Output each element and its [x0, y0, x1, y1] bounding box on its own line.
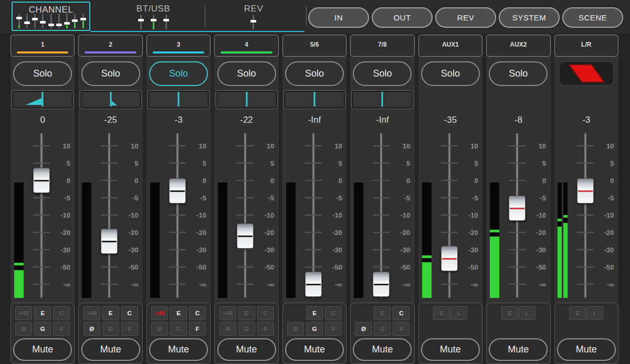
fader-scale-label: -10: [258, 211, 274, 219]
phase-invert-button[interactable]: Ø: [287, 322, 304, 336]
pan-box[interactable]: [351, 90, 413, 109]
mute-button[interactable]: Mute: [353, 338, 412, 361]
gate-button[interactable]: G: [34, 322, 51, 336]
mute-button[interactable]: Mute: [81, 338, 140, 361]
channel-header: AUX2: [486, 35, 550, 57]
limiter-button[interactable]: L: [586, 306, 603, 320]
phase-invert-button[interactable]: Ø: [151, 322, 168, 336]
channel-strip: 4Solo-221050-5-10-20-30-50-∞+48ECØGFMute: [214, 35, 278, 364]
meter-fill: [422, 262, 432, 298]
phantom-48v-button[interactable]: +48: [219, 306, 236, 320]
phase-invert-button[interactable]: Ø: [15, 322, 32, 336]
phase-invert-button[interactable]: Ø: [83, 322, 100, 336]
fader-tick: [373, 249, 390, 250]
fader-scale-label: -50: [327, 263, 342, 271]
solo-button[interactable]: Solo: [81, 61, 140, 86]
phase-invert-button[interactable]: Ø: [355, 322, 372, 336]
solo-button[interactable]: Solo: [421, 61, 480, 86]
pan-box[interactable]: [284, 90, 345, 109]
fader-tick: [305, 232, 322, 233]
compressor-button[interactable]: C: [393, 306, 410, 320]
eq-button[interactable]: E: [306, 306, 323, 320]
pan-box[interactable]: [80, 90, 142, 109]
eq-button[interactable]: E: [374, 306, 391, 320]
eq-button[interactable]: E: [433, 306, 450, 320]
solo-button[interactable]: Solo: [149, 61, 208, 86]
phantom-48v-button[interactable]: +48: [151, 306, 168, 320]
top-button-in[interactable]: IN: [308, 7, 369, 28]
fader-cap[interactable]: [373, 272, 390, 297]
solo-button[interactable]: Solo: [13, 61, 72, 86]
phase-invert-button[interactable]: Ø: [219, 322, 236, 336]
phantom-48v-button[interactable]: +48: [15, 306, 32, 320]
mute-button[interactable]: Mute: [489, 338, 548, 361]
fader-tick: [305, 266, 322, 267]
mute-button[interactable]: Mute: [557, 338, 616, 361]
gate-button[interactable]: G: [374, 322, 391, 336]
top-button-rev[interactable]: REV: [435, 7, 496, 28]
fx-button[interactable]: F: [393, 322, 410, 336]
compressor-button[interactable]: C: [325, 306, 342, 320]
fx-button[interactable]: F: [53, 322, 70, 336]
eq-button[interactable]: E: [102, 306, 119, 320]
tab-btusb[interactable]: BT/USB: [122, 2, 185, 31]
solo-button[interactable]: Solo: [489, 61, 548, 86]
fx-button[interactable]: F: [257, 322, 274, 336]
fader-scale-label: -∞: [327, 281, 342, 288]
gate-button[interactable]: G: [102, 322, 119, 336]
mute-button[interactable]: Mute: [421, 338, 480, 361]
level-meter: [150, 183, 160, 298]
compressor-button[interactable]: C: [257, 306, 274, 320]
fader-cap[interactable]: [305, 272, 322, 297]
tab-channel[interactable]: CHANNEL: [12, 2, 90, 31]
gate-button[interactable]: G: [170, 322, 187, 336]
fader-tick: [305, 215, 322, 216]
mute-button[interactable]: Mute: [217, 338, 276, 361]
level-meter: [422, 183, 432, 298]
compressor-button[interactable]: C: [189, 306, 206, 320]
limiter-button[interactable]: L: [450, 306, 467, 320]
master-red-button[interactable]: [559, 61, 614, 85]
fader-scale-label: 5: [258, 159, 274, 167]
gate-button[interactable]: G: [238, 322, 255, 336]
pan-box[interactable]: [148, 90, 209, 109]
fader-cap[interactable]: [577, 178, 594, 204]
fader-cap[interactable]: [509, 196, 526, 221]
fader-cap[interactable]: [101, 229, 118, 254]
solo-button[interactable]: Solo: [353, 61, 412, 86]
eq-button[interactable]: E: [501, 306, 518, 320]
mute-button[interactable]: Mute: [149, 338, 208, 361]
fader-cap[interactable]: [33, 168, 50, 193]
mute-button[interactable]: Mute: [285, 338, 344, 361]
top-button-system[interactable]: SYSTEM: [499, 7, 560, 28]
fader-tick: [441, 232, 458, 233]
fx-button[interactable]: F: [189, 322, 206, 336]
fx-button[interactable]: F: [121, 322, 138, 336]
compressor-button[interactable]: C: [121, 306, 138, 320]
pan-box[interactable]: [216, 90, 278, 109]
eq-button[interactable]: E: [170, 306, 187, 320]
fader-cap[interactable]: [169, 178, 186, 204]
fader-tick: [509, 163, 526, 164]
eq-button[interactable]: E: [569, 306, 586, 320]
compressor-button[interactable]: C: [53, 306, 70, 320]
fx-button[interactable]: F: [325, 322, 342, 336]
fader-tick: [101, 215, 118, 216]
solo-button[interactable]: Solo: [217, 61, 276, 86]
pan-box[interactable]: [12, 90, 74, 109]
top-button-out[interactable]: OUT: [372, 7, 433, 28]
eq-button[interactable]: E: [238, 306, 255, 320]
gate-button[interactable]: G: [306, 322, 323, 336]
tab-rev[interactable]: REV: [225, 2, 282, 31]
top-button-scene[interactable]: SCENE: [562, 7, 623, 28]
mute-button[interactable]: Mute: [13, 338, 72, 361]
fader-cap[interactable]: [237, 223, 254, 249]
mini-fader: [32, 14, 38, 28]
limiter-button[interactable]: L: [519, 306, 536, 320]
eq-button[interactable]: E: [34, 306, 51, 320]
fader-cap[interactable]: [441, 246, 458, 271]
solo-button[interactable]: Solo: [285, 61, 344, 86]
phantom-48v-button[interactable]: +48: [83, 306, 100, 320]
fader-tick: [101, 197, 118, 198]
fader-tick: [101, 163, 118, 164]
